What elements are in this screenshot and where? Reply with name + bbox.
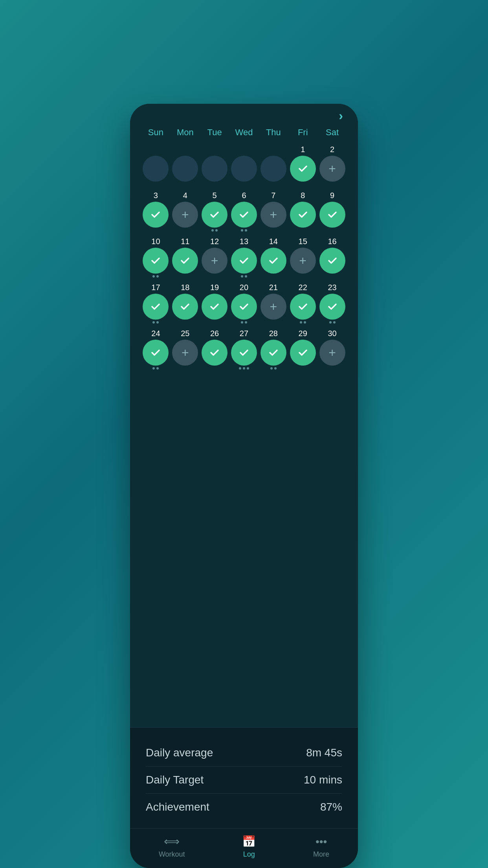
- checked-circle[interactable]: [290, 156, 316, 182]
- calendar-cell[interactable]: 7+: [259, 189, 288, 234]
- date-number: 22: [299, 283, 307, 292]
- add-circle[interactable]: +: [172, 202, 198, 228]
- date-number: 1: [301, 145, 305, 154]
- add-circle[interactable]: +: [290, 248, 316, 274]
- date-number: 18: [181, 283, 189, 292]
- date-number: 6: [242, 191, 246, 200]
- activity-dots: [272, 321, 275, 324]
- checked-circle[interactable]: [261, 340, 286, 366]
- calendar-cell[interactable]: 18: [171, 281, 200, 326]
- checked-circle[interactable]: [319, 248, 345, 274]
- calendar-cell[interactable]: 25+: [171, 327, 200, 371]
- tab-bar: ⟺Workout📅Log•••More: [130, 828, 358, 868]
- checked-circle[interactable]: [172, 294, 198, 320]
- calendar-cell[interactable]: 12+: [200, 235, 229, 280]
- calendar-cell: 0: [171, 143, 200, 188]
- calendar-cell: 0: [259, 143, 288, 188]
- calendar-cell[interactable]: 11: [171, 235, 200, 280]
- checked-circle[interactable]: [290, 340, 316, 366]
- add-circle[interactable]: +: [172, 340, 198, 366]
- checked-circle[interactable]: [202, 340, 227, 366]
- calendar-cell[interactable]: 26: [200, 327, 229, 371]
- date-number: 8: [301, 191, 305, 200]
- calendar-cell[interactable]: 4+: [171, 189, 200, 234]
- calendar-cell[interactable]: 24: [141, 327, 171, 371]
- activity-dots: [184, 275, 186, 278]
- date-number: 20: [240, 283, 248, 292]
- checked-circle[interactable]: [143, 248, 169, 274]
- calendar-cell[interactable]: 22: [288, 281, 317, 326]
- checked-circle[interactable]: [143, 340, 169, 366]
- checked-circle[interactable]: [261, 248, 286, 274]
- calendar-cell[interactable]: 2+: [317, 143, 347, 188]
- calendar-cell[interactable]: 9: [317, 189, 347, 234]
- day-header-fri: Fri: [288, 125, 317, 140]
- log-tab-icon: 📅: [242, 835, 256, 848]
- plus-icon: +: [270, 208, 277, 222]
- tab-item-more[interactable]: •••More: [313, 835, 329, 859]
- checked-circle[interactable]: [231, 248, 257, 274]
- calendar-cell[interactable]: 13: [229, 235, 259, 280]
- date-number: 25: [181, 329, 189, 338]
- checked-circle[interactable]: [202, 294, 227, 320]
- stat-row: Daily average8m 45s: [146, 739, 342, 767]
- add-circle[interactable]: +: [261, 202, 286, 228]
- day-header-tue: Tue: [200, 125, 229, 140]
- add-circle[interactable]: +: [319, 340, 345, 366]
- calendar-cell[interactable]: 5: [200, 189, 229, 234]
- stat-label: Daily Target: [146, 774, 204, 786]
- activity-dots: [152, 367, 159, 370]
- checked-circle[interactable]: [290, 294, 316, 320]
- checked-circle[interactable]: [290, 202, 316, 228]
- add-circle[interactable]: +: [261, 294, 286, 320]
- activity-dots: [211, 229, 218, 232]
- calendar-cell[interactable]: 17: [141, 281, 171, 326]
- stat-label: Daily average: [146, 747, 213, 759]
- checked-circle[interactable]: [202, 202, 227, 228]
- activity-dots: [184, 367, 186, 370]
- calendar-cell[interactable]: 29: [288, 327, 317, 371]
- calendar-cell[interactable]: 1: [288, 143, 317, 188]
- chevron-right-icon[interactable]: ›: [339, 108, 343, 123]
- checked-circle[interactable]: [143, 294, 169, 320]
- calendar-cell[interactable]: 6: [229, 189, 259, 234]
- calendar-cell[interactable]: 16: [317, 235, 347, 280]
- calendar-cell[interactable]: 15+: [288, 235, 317, 280]
- date-number: 27: [240, 329, 248, 338]
- day-header-thu: Thu: [259, 125, 288, 140]
- calendar-cell[interactable]: 30+: [317, 327, 347, 371]
- date-number: 26: [210, 329, 219, 338]
- checked-circle[interactable]: [143, 202, 169, 228]
- checked-circle[interactable]: [231, 340, 257, 366]
- calendar-cell[interactable]: 8: [288, 189, 317, 234]
- date-number: 9: [330, 191, 334, 200]
- calendar-cell[interactable]: 20: [229, 281, 259, 326]
- calendar-cell[interactable]: 3: [141, 189, 171, 234]
- activity-dots: [213, 367, 216, 370]
- checked-circle[interactable]: [319, 202, 345, 228]
- add-circle[interactable]: +: [319, 156, 345, 182]
- checked-circle[interactable]: [172, 248, 198, 274]
- calendar-cell[interactable]: 21+: [259, 281, 288, 326]
- checked-circle[interactable]: [231, 202, 257, 228]
- calendar-cell[interactable]: 27: [229, 327, 259, 371]
- activity-dots: [152, 321, 159, 324]
- plus-icon: +: [270, 300, 277, 314]
- calendar-cell[interactable]: 10: [141, 235, 171, 280]
- calendar-cell[interactable]: 28: [259, 327, 288, 371]
- checked-circle[interactable]: [319, 294, 345, 320]
- tab-item-workout[interactable]: ⟺Workout: [159, 835, 185, 859]
- checked-circle[interactable]: [231, 294, 257, 320]
- activity-dots: [239, 367, 249, 370]
- activity-dots: [331, 275, 334, 278]
- plus-icon: +: [328, 162, 336, 176]
- calendar-cell[interactable]: 23: [317, 281, 347, 326]
- activity-dots: [241, 275, 247, 278]
- calendar-cell[interactable]: 14: [259, 235, 288, 280]
- activity-dots: [302, 367, 304, 370]
- add-circle[interactable]: +: [202, 248, 227, 274]
- calendar-cell[interactable]: 19: [200, 281, 229, 326]
- date-number: 30: [328, 329, 336, 338]
- tab-item-log[interactable]: 📅Log: [242, 835, 256, 859]
- more-tab-label: More: [313, 850, 329, 859]
